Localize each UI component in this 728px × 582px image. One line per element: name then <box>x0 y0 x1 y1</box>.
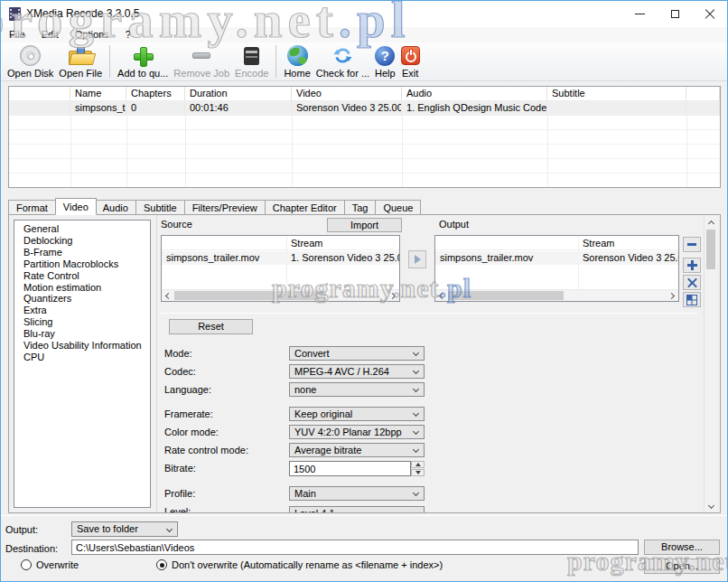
sidebar-item-motion-estimation[interactable]: Motion estimation <box>14 282 150 294</box>
sidebar-item-quantizers[interactable]: Quantizers <box>14 293 150 305</box>
reset-button[interactable]: Reset <box>169 319 253 334</box>
window-title: XMedia Recode 3.3.0.5 <box>26 1 139 27</box>
sidebar-item-video-usability-information[interactable]: Video Usability Information <box>14 340 150 352</box>
scrollbar-thumb[interactable] <box>706 230 715 269</box>
menu-edit[interactable]: Edit <box>33 27 67 42</box>
level-label: Level: <box>164 506 191 513</box>
stream-column-header[interactable]: Stream <box>291 236 322 250</box>
green-plus-icon <box>133 46 153 66</box>
job-table-empty-rows <box>9 116 720 187</box>
source-file-name: simpsons_trailer.mov <box>166 251 284 265</box>
refresh-arrows-icon <box>332 44 353 67</box>
mode-label: Mode: <box>164 348 192 359</box>
scroll-left-icon[interactable] <box>162 290 173 301</box>
tab-video[interactable]: Video <box>55 198 97 215</box>
import-button[interactable]: Import <box>327 218 402 232</box>
maximize-button[interactable] <box>658 1 692 27</box>
menu-options[interactable]: Options <box>67 27 117 42</box>
transfer-stream-button[interactable] <box>408 250 426 268</box>
column-header-duration[interactable]: Duration <box>185 87 292 101</box>
column-header-audio[interactable]: Audio <box>402 87 547 101</box>
scroll-down-icon[interactable] <box>705 500 717 512</box>
column-header-video[interactable]: Video <box>292 87 402 101</box>
tab-format[interactable]: Format <box>8 200 56 215</box>
scroll-up-icon[interactable] <box>705 216 717 229</box>
sidebar-item-general[interactable]: General <box>14 223 150 235</box>
profile-select[interactable]: Main <box>289 486 425 501</box>
scrollbar-thumb[interactable] <box>174 291 326 300</box>
encode-button[interactable]: Encode <box>232 43 271 80</box>
job-cell-name: simpsons_t... <box>70 101 126 116</box>
sidebar-item-rate-control[interactable]: Rate Control <box>14 270 150 282</box>
overwrite-radio-label: Overwrite <box>36 559 79 570</box>
column-header-chapters[interactable]: Chapters <box>126 87 185 101</box>
rate-control-mode-select[interactable]: Average bitrate <box>289 443 425 457</box>
sidebar-item-blu-ray[interactable]: Blu-ray <box>14 328 150 340</box>
sidebar-item-cpu[interactable]: CPU <box>14 352 150 363</box>
output-horizontal-scrollbar[interactable] <box>435 289 678 301</box>
output-row[interactable]: simpsons_trailer.mov Sorenson Video 3 25… <box>435 251 678 265</box>
spin-down-button[interactable] <box>411 469 425 476</box>
tab-tag[interactable]: Tag <box>345 200 377 215</box>
bitrate-input[interactable] <box>289 461 411 476</box>
open-file-button[interactable]: Open File <box>56 43 105 80</box>
sidebar-item-extra[interactable]: Extra <box>14 305 150 316</box>
dont-overwrite-radio[interactable]: Don't overwrite (Automatically rename as… <box>156 559 443 570</box>
column-header-name[interactable]: Name <box>70 87 126 101</box>
mode-select[interactable]: Convert <box>289 346 425 361</box>
stream-delete-button[interactable] <box>683 275 701 290</box>
open-destination-button[interactable]: Open... <box>644 559 720 574</box>
stream-add-button[interactable] <box>683 258 701 273</box>
tab-queue[interactable]: Queue <box>376 200 421 215</box>
framerate-select[interactable]: Keep original <box>289 407 425 421</box>
tab-filters-preview[interactable]: Filters/Preview <box>185 200 266 215</box>
language-select[interactable]: none <box>289 382 425 397</box>
toolbar-separator <box>109 45 110 78</box>
menu-help[interactable]: ? <box>117 27 139 42</box>
open-disk-button[interactable]: Open Disk <box>5 43 56 80</box>
spin-up-button[interactable] <box>411 461 425 468</box>
add-to-queue-button[interactable]: Add to qu... <box>115 43 171 80</box>
stream-properties-button[interactable] <box>683 292 701 307</box>
scroll-right-icon[interactable] <box>667 290 678 301</box>
column-header-blank[interactable] <box>9 87 70 101</box>
scroll-right-icon[interactable] <box>387 290 399 301</box>
remove-job-button[interactable]: Remove Job <box>171 43 232 80</box>
tab-audio[interactable]: Audio <box>96 200 136 215</box>
tab-chapter-editor[interactable]: Chapter Editor <box>266 200 345 215</box>
tab-subtitle[interactable]: Subtitle <box>136 200 185 215</box>
sidebar-item-deblocking[interactable]: Deblocking <box>14 235 150 247</box>
sidebar-item-slicing[interactable]: Slicing <box>14 316 150 328</box>
question-sphere-icon <box>375 46 395 66</box>
stream-column-header[interactable]: Stream <box>583 236 614 250</box>
sidebar-item-partition-macroblocks[interactable]: Partition Macroblocks <box>14 258 150 270</box>
toolbar: Open Disk Open File Add to qu... Remove … <box>1 42 727 81</box>
panel-splitter[interactable] <box>156 215 157 512</box>
table-row[interactable]: simpsons_t... 0 00:01:46 Sorenson Video … <box>9 101 720 116</box>
source-row[interactable]: simpsons_trailer.mov 1. Sorenson Video 3… <box>162 251 399 265</box>
help-button[interactable]: Help <box>372 43 398 80</box>
tab-strip: Format Video Audio Subtitle Filters/Prev… <box>8 199 421 215</box>
column-header-subtitle[interactable]: Subtitle <box>547 87 686 101</box>
panel-vertical-scrollbar[interactable] <box>704 216 717 512</box>
scrollbar-thumb[interactable] <box>448 291 564 300</box>
radio-icon <box>21 559 32 570</box>
exit-button[interactable]: Exit <box>398 43 423 80</box>
codec-select[interactable]: MPEG-4 AVC / H.264 <box>289 364 425 379</box>
overwrite-radio[interactable]: Overwrite <box>21 559 79 570</box>
check-for-updates-button[interactable]: Check for ... <box>313 43 372 80</box>
power-red-icon <box>401 46 420 65</box>
sidebar-item-b-frame[interactable]: B-Frame <box>14 247 150 258</box>
color-mode-select[interactable]: YUV 4:2:0 Planar 12bpp <box>289 425 425 439</box>
minimize-button[interactable] <box>622 1 657 27</box>
menu-file[interactable]: File <box>1 27 33 42</box>
browse-button[interactable]: Browse... <box>644 540 720 555</box>
close-button[interactable] <box>693 1 727 27</box>
output-mode-select[interactable]: Save to folder <box>71 521 178 537</box>
scroll-left-icon[interactable] <box>435 290 447 301</box>
source-horizontal-scrollbar[interactable] <box>162 289 399 301</box>
home-button[interactable]: Home <box>281 43 313 80</box>
stream-remove-button[interactable] <box>683 237 701 252</box>
level-select[interactable]: Level 4.1 <box>289 506 425 513</box>
destination-input[interactable] <box>71 540 639 555</box>
